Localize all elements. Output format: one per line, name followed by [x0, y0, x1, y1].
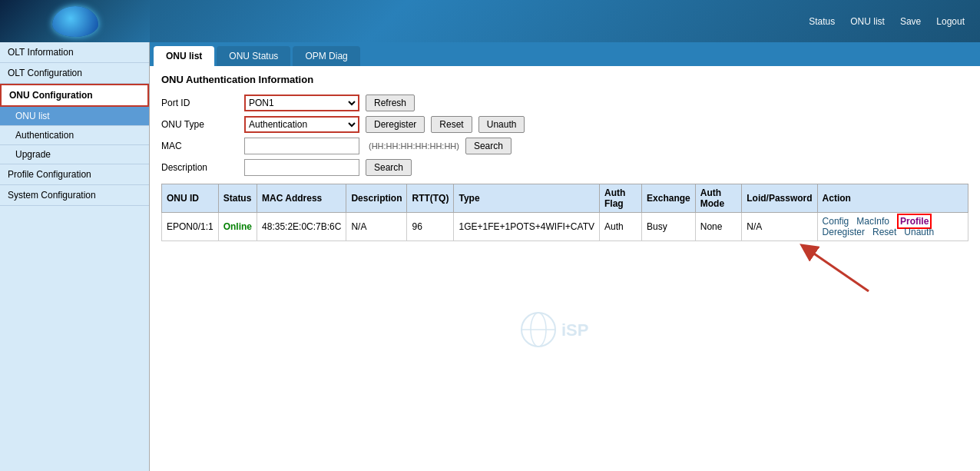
main-content: ONU list ONU Status OPM Diag ONU Authent… — [150, 42, 980, 471]
action-unauth[interactable]: Unauth — [904, 227, 934, 237]
description-row: Description Search — [161, 159, 968, 176]
cell-auth-mode: None — [695, 213, 742, 241]
tab-opm-diag[interactable]: OPM Diag — [293, 46, 359, 66]
col-exchange: Exchange — [642, 184, 696, 213]
watermark: iSP — [150, 310, 980, 351]
action-deregister[interactable]: Deregister — [823, 227, 865, 237]
col-type: Type — [454, 184, 600, 213]
arrow-svg — [792, 241, 884, 295]
col-loid-password: Loid/Password — [742, 184, 817, 213]
col-description: Description — [346, 184, 407, 213]
sidebar-item-profile-configuration[interactable]: Profile Configuration — [0, 164, 149, 185]
refresh-button[interactable]: Refresh — [366, 95, 415, 111]
col-action: Action — [817, 184, 968, 213]
mac-search-button[interactable]: Search — [465, 138, 512, 154]
mac-hint: (HH:HH:HH:HH:HH:HH) — [369, 141, 459, 151]
port-id-row: Port ID PON1 PON2 PON3 PON4 Refresh — [161, 95, 968, 111]
cell-mac-address: 48:35:2E:0C:7B:6C — [257, 213, 346, 241]
deregister-button[interactable]: Deregister — [366, 116, 425, 133]
logo-area — [0, 0, 150, 42]
sidebar-sub-upgrade[interactable]: Upgrade — [0, 145, 149, 164]
cell-action: Config MacInfo Profile Deregister Reset — [817, 213, 968, 241]
cell-exchange: Busy — [642, 213, 696, 241]
cell-onu-id: EPON0/1:1 — [162, 213, 219, 241]
table-wrapper: ONU ID Status MAC Address Description RT… — [161, 184, 968, 295]
sidebar-item-olt-information[interactable]: OLT Information — [0, 42, 149, 63]
onu-table: ONU ID Status MAC Address Description RT… — [161, 184, 968, 241]
unauth-button[interactable]: Unauth — [478, 116, 525, 133]
cell-loid-password: N/A — [742, 213, 817, 241]
sidebar-sub-onu-list[interactable]: ONU list — [0, 107, 149, 126]
cell-type: 1GE+1FE+1POTS+4WIFI+CATV — [454, 213, 600, 241]
top-nav: Status ONU list Save Logout — [809, 16, 965, 27]
port-id-label: Port ID — [161, 98, 238, 108]
svg-text:iSP: iSP — [561, 320, 588, 340]
logo-globe — [52, 6, 98, 37]
content-area: ONU Authentication Information Port ID P… — [150, 66, 980, 303]
onu-type-row: ONU Type Authentication All Online Offli… — [161, 116, 968, 133]
cell-description: N/A — [346, 213, 407, 241]
col-status: Status — [218, 184, 257, 213]
description-input[interactable] — [244, 159, 359, 176]
sidebar: OLT Information OLT Configuration ONU Co… — [0, 42, 150, 471]
cell-rtt: 96 — [407, 213, 454, 241]
onu-list-nav-link[interactable]: ONU list — [850, 16, 885, 27]
action-reset[interactable]: Reset — [872, 227, 896, 237]
tab-bar: ONU list ONU Status OPM Diag — [150, 42, 980, 66]
description-label: Description — [161, 162, 238, 173]
save-nav-link[interactable]: Save — [900, 16, 921, 27]
sidebar-item-onu-configuration[interactable]: ONU Configuration — [0, 84, 149, 107]
tab-onu-status[interactable]: ONU Status — [217, 46, 290, 66]
sidebar-item-system-configuration[interactable]: System Configuration — [0, 185, 149, 206]
col-auth-flag: Auth Flag — [599, 184, 641, 213]
reset-button[interactable]: Reset — [431, 116, 472, 133]
sidebar-item-olt-configuration[interactable]: OLT Configuration — [0, 63, 149, 84]
col-mac-address: MAC Address — [257, 184, 346, 213]
onu-type-label: ONU Type — [161, 119, 238, 130]
mac-label: MAC — [161, 141, 238, 151]
cell-auth-flag: Auth — [599, 213, 641, 241]
sidebar-sub-authentication[interactable]: Authentication — [0, 126, 149, 145]
logout-nav-link[interactable]: Logout — [936, 16, 965, 27]
col-onu-id: ONU ID — [162, 184, 219, 213]
port-id-select[interactable]: PON1 PON2 PON3 PON4 — [244, 95, 359, 111]
col-rtt: RTT(TQ) — [407, 184, 454, 213]
cell-status: Online — [218, 213, 257, 241]
mac-row: MAC (HH:HH:HH:HH:HH:HH) Search — [161, 138, 968, 154]
description-search-button[interactable]: Search — [366, 159, 412, 176]
onu-type-select[interactable]: Authentication All Online Offline — [244, 116, 359, 133]
status-nav-link[interactable]: Status — [809, 16, 835, 27]
action-macinfo[interactable]: MacInfo — [856, 216, 889, 227]
arrow-area — [161, 241, 968, 295]
page-title: ONU Authentication Information — [161, 74, 968, 85]
action-config[interactable]: Config — [823, 216, 849, 227]
col-auth-mode: Auth Mode — [695, 184, 742, 213]
tab-onu-list[interactable]: ONU list — [154, 46, 214, 66]
table-row: EPON0/1:1 Online 48:35:2E:0C:7B:6C N/A 9… — [162, 213, 968, 241]
mac-input[interactable] — [244, 138, 359, 154]
